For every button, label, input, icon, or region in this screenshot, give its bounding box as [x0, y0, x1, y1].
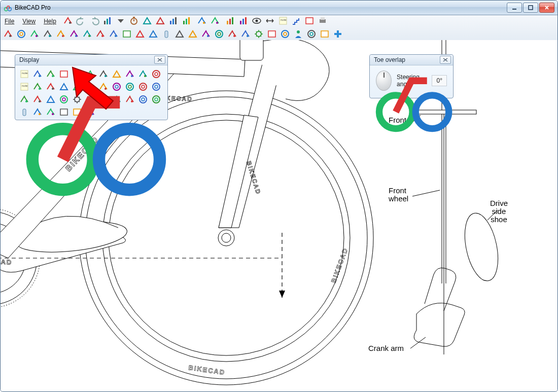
- svg-point-52: [308, 30, 315, 38]
- tool-icon[interactable]: [28, 27, 41, 41]
- maximize-button[interactable]: [523, 3, 538, 13]
- frame-red-icon[interactable]: [141, 14, 154, 27]
- display-panel[interactable]: Display notenote: [15, 54, 168, 120]
- svg-rect-12: [183, 21, 185, 24]
- svg-point-31: [18, 30, 25, 38]
- svg-point-33: [36, 35, 38, 37]
- stairs-icon[interactable]: [290, 14, 303, 27]
- svg-text:BIKECAD: BIKECAD: [188, 364, 226, 376]
- card-icon[interactable]: [265, 27, 278, 41]
- tiles-icon[interactable]: [180, 14, 193, 27]
- label-crank-arm: Crank arm: [368, 344, 404, 352]
- svg-rect-54: [321, 31, 328, 37]
- svg-rect-41: [165, 31, 168, 38]
- svg-line-88: [412, 190, 440, 196]
- brush-blue-icon[interactable]: [208, 14, 222, 27]
- frame-outline-icon[interactable]: [133, 27, 147, 41]
- dropdown-icon[interactable]: [114, 14, 127, 27]
- svg-point-50: [284, 32, 287, 35]
- spectrum-icon[interactable]: [237, 14, 250, 27]
- svg-rect-40: [123, 31, 130, 37]
- svg-rect-48: [268, 31, 275, 37]
- svg-text:note: note: [281, 18, 287, 21]
- titlebar[interactable]: BikeCAD Pro: [1, 1, 557, 15]
- svg-point-38: [101, 35, 103, 37]
- crank-icon[interactable]: [41, 27, 54, 41]
- spacer-icon[interactable]: [81, 27, 94, 41]
- label-front-wheel: Front wheel: [389, 187, 408, 203]
- svg-rect-27: [306, 18, 313, 24]
- triangle-icon[interactable]: [173, 27, 186, 41]
- frame-blue-icon[interactable]: [154, 14, 167, 27]
- new-drawing-icon[interactable]: [61, 14, 75, 27]
- palette-icon[interactable]: [224, 14, 237, 27]
- svg-point-34: [49, 35, 51, 37]
- svg-point-32: [20, 32, 23, 35]
- spring-icon[interactable]: [213, 27, 226, 41]
- undo-icon[interactable]: [75, 14, 88, 27]
- eye-icon[interactable]: [250, 14, 263, 27]
- svg-rect-28: [320, 19, 326, 23]
- frame-cyan-icon[interactable]: [147, 27, 160, 41]
- svg-point-53: [310, 32, 313, 35]
- page-icon[interactable]: [303, 14, 316, 27]
- svg-text:BIKECAD: BIKECAD: [330, 246, 350, 284]
- stem-icon[interactable]: [94, 27, 107, 41]
- menu-help[interactable]: Help: [40, 17, 60, 26]
- tv-icon[interactable]: [318, 27, 331, 41]
- color-wheel-icon[interactable]: [305, 27, 318, 41]
- toe-panel-titlebar[interactable]: Toe overlap: [370, 55, 453, 65]
- toe-overlap-panel[interactable]: Toe overlap Steering angle 0°: [369, 54, 454, 98]
- dim-horizontal-icon[interactable]: [263, 14, 276, 27]
- svg-rect-19: [232, 17, 233, 24]
- brush-red-icon[interactable]: [195, 14, 208, 27]
- svg-rect-10: [172, 19, 174, 24]
- caliper-icon[interactable]: [226, 27, 239, 41]
- ring-icon[interactable]: [278, 27, 292, 41]
- svg-rect-14: [188, 17, 190, 24]
- wheel-icon[interactable]: [15, 27, 28, 41]
- bike-icon[interactable]: [2, 27, 15, 41]
- minimize-button[interactable]: [507, 3, 522, 13]
- svg-point-42: [207, 35, 209, 37]
- menu-view[interactable]: View: [18, 17, 40, 26]
- svg-point-39: [115, 35, 117, 37]
- timer-icon[interactable]: [127, 14, 141, 27]
- svg-point-138: [415, 95, 449, 129]
- svg-point-46: [247, 35, 249, 37]
- redo-icon[interactable]: [88, 14, 101, 27]
- svg-rect-5: [104, 21, 106, 24]
- svg-point-15: [203, 22, 205, 24]
- handlebar-icon[interactable]: [54, 27, 67, 41]
- layers-icon[interactable]: [167, 14, 180, 27]
- svg-rect-13: [186, 19, 187, 24]
- svg-rect-29: [321, 17, 325, 20]
- print-icon[interactable]: [316, 14, 329, 27]
- svg-text:BIKECAD: BIKECAD: [1, 257, 13, 266]
- svg-point-24: [255, 20, 258, 22]
- gear-icon[interactable]: [252, 27, 265, 41]
- svg-point-37: [88, 35, 90, 37]
- svg-rect-22: [245, 17, 247, 24]
- triangle2-icon[interactable]: [186, 27, 199, 41]
- svg-rect-20: [240, 21, 241, 24]
- display-panel-titlebar[interactable]: Display: [15, 55, 167, 65]
- svg-point-43: [216, 30, 223, 38]
- menu-file[interactable]: File: [1, 17, 18, 26]
- toolbar-2: [1, 27, 557, 42]
- box-blue-icon[interactable]: [120, 27, 133, 41]
- bottle-icon[interactable]: [160, 27, 173, 41]
- bracket-icon[interactable]: [199, 27, 213, 41]
- note-icon[interactable]: note: [276, 14, 290, 27]
- headset-icon[interactable]: [67, 27, 81, 41]
- plus-icon[interactable]: [331, 27, 344, 41]
- caliper2-icon[interactable]: [239, 27, 252, 41]
- close-button[interactable]: [539, 3, 554, 13]
- person-icon[interactable]: [292, 27, 305, 41]
- chart-icon[interactable]: [101, 14, 114, 27]
- stem2-icon[interactable]: [107, 27, 120, 41]
- svg-point-4: [69, 22, 71, 24]
- svg-rect-11: [175, 17, 177, 24]
- steering-angle-knob[interactable]: [376, 70, 392, 91]
- svg-point-35: [62, 35, 64, 37]
